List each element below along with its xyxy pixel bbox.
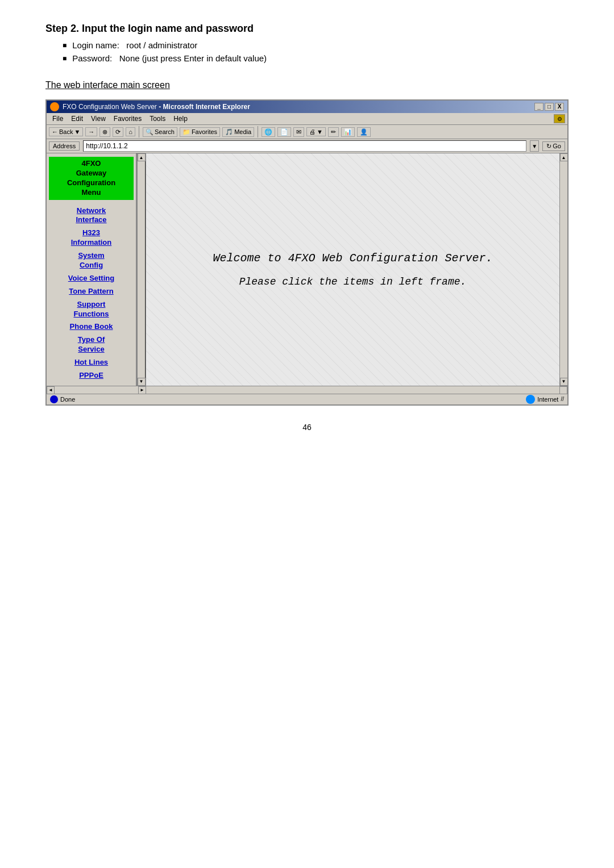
horiz-scrollbar-row: ◄ ► <box>47 386 567 394</box>
forward-button[interactable]: → <box>85 127 97 136</box>
ie-titlebar-controls: _ □ X <box>534 103 564 111</box>
status-done-text: Done <box>60 396 75 403</box>
ie-title-part2: Microsoft Internet Explorer <box>163 103 250 111</box>
login-name-label: Login name: root / administrator <box>72 40 197 50</box>
status-left: Done <box>50 395 75 403</box>
media-button[interactable]: 🎵 Media <box>222 127 254 137</box>
login-name-item: Login name: root / administrator <box>63 40 569 50</box>
sidebar-link-h323[interactable]: H323Information <box>49 227 134 249</box>
back-arrow-icon: ← <box>52 128 58 135</box>
minimize-button[interactable]: _ <box>534 103 544 111</box>
menu-favorites[interactable]: Favorites <box>110 114 145 123</box>
refresh-button[interactable]: ⟳ <box>113 127 123 137</box>
ie-menu-items: File Edit View Favorites Tools Help <box>49 114 191 123</box>
favorites-button[interactable]: 📁 Favorites <box>180 127 220 137</box>
status-loading-icon <box>50 395 58 403</box>
stop-icon: ⊗ <box>102 128 107 136</box>
menu-help[interactable]: Help <box>170 114 191 123</box>
home-icon: ⌂ <box>128 128 132 135</box>
left-horiz-scroll: ◄ ► <box>47 386 146 394</box>
sidebar-brand: 4FXO Gateway Configuration Menu <box>49 157 134 200</box>
sidebar-link-hot-lines[interactable]: Hot Lines <box>49 356 134 369</box>
address-label: Address <box>49 141 80 151</box>
back-button[interactable]: ← Back ▼ <box>49 127 83 136</box>
menu-edit[interactable]: Edit <box>68 114 86 123</box>
toolbar-btn-4[interactable]: 🖨▼ <box>306 127 326 136</box>
brand-line2: Gateway <box>52 169 130 178</box>
main-frame-container: Welcome to 4FXO Web Configuration Server… <box>146 153 567 386</box>
sidebar-link-support-functions[interactable]: SupportFunctions <box>49 298 134 321</box>
main-frame: Welcome to 4FXO Web Configuration Server… <box>146 153 559 386</box>
left-frame-inner: 4FXO Gateway Configuration Menu NetworkI… <box>49 157 137 382</box>
scroll-right-button[interactable]: ► <box>138 386 146 394</box>
click-instruction-text: Please click the items in left frame. <box>239 276 467 287</box>
ie-addressbar: Address ▼ ↻ Go <box>47 139 567 153</box>
ie-window: FXO Configuration Web Server - Microsoft… <box>45 99 569 406</box>
toolbar-btn-1[interactable]: 🌐 <box>262 127 275 137</box>
left-frame-container: 4FXO Gateway Configuration Menu NetworkI… <box>47 153 146 386</box>
sidebar-link-phone-book[interactable]: Phone Book <box>49 320 134 333</box>
ie-statusbar: Done Internet // <box>47 394 567 404</box>
sidebar-link-voice-setting[interactable]: Voice Setting <box>49 272 134 285</box>
search-icon: 🔍 <box>146 128 154 136</box>
ie-browser-icon <box>50 102 59 111</box>
scroll-left-button[interactable]: ◄ <box>47 386 55 394</box>
step-title: Step 2. Input the login name and passwor… <box>45 23 569 35</box>
menu-file[interactable]: File <box>49 114 67 123</box>
welcome-text: Welcome to 4FXO Web Configuration Server… <box>213 252 492 265</box>
toolbar-btn-5[interactable]: ✏ <box>328 127 339 137</box>
sidebar-link-network-interface[interactable]: NetworkInterface <box>49 205 134 227</box>
stop-button[interactable]: ⊗ <box>99 127 110 137</box>
favorites-icon: 📁 <box>182 128 190 136</box>
menu-tools[interactable]: Tools <box>146 114 169 123</box>
ie-title: FXO Configuration Web Server - Microsoft… <box>63 103 250 111</box>
sidebar-link-system-config[interactable]: SystemConfig <box>49 249 134 272</box>
ie-title-part1: FXO Configuration Web Server <box>63 103 157 111</box>
ie-menubar: File Edit View Favorites Tools Help ⚙ <box>47 113 567 125</box>
brand-line3: Configuration <box>52 178 130 188</box>
page-content: Step 2. Input the login name and passwor… <box>45 23 569 432</box>
toolbar-btn-7[interactable]: 👤 <box>357 127 371 137</box>
forward-arrow-icon: → <box>88 128 94 135</box>
password-item: Password: None (just press Enter in defa… <box>63 53 569 63</box>
main-horiz-scroll-track <box>146 386 559 394</box>
go-button[interactable]: ↻ Go <box>542 141 565 151</box>
main-scroll-up-button[interactable]: ▲ <box>560 153 568 161</box>
sidebar-link-tone-pattern[interactable]: Tone Pattern <box>49 285 134 298</box>
go-refresh-icon: ↻ <box>546 143 551 150</box>
refresh-icon: ⟳ <box>115 128 121 136</box>
ie-content-wrapper: 4FXO Gateway Configuration Menu NetworkI… <box>47 153 567 386</box>
status-internet-text: Internet <box>537 396 558 403</box>
go-label: Go <box>553 143 561 149</box>
toolbar-btn-3[interactable]: ✉ <box>293 127 304 137</box>
toolbar-btn-6[interactable]: 📊 <box>341 127 355 137</box>
address-dropdown-btn[interactable]: ▼ <box>530 140 539 152</box>
media-label: Media <box>234 128 251 135</box>
credential-list: Login name: root / administrator Passwor… <box>63 40 569 63</box>
address-input[interactable] <box>83 140 526 152</box>
scroll-up-button[interactable]: ▲ <box>138 153 146 161</box>
maximize-button[interactable]: □ <box>545 103 554 111</box>
home-button[interactable]: ⌂ <box>126 127 135 136</box>
brand-line4: Menu <box>52 188 130 198</box>
scroll-down-button[interactable]: ▼ <box>138 378 146 386</box>
sidebar-link-pppoe[interactable]: PPPoE <box>49 369 134 382</box>
back-label: Back <box>59 128 73 135</box>
toolbar-btn-2[interactable]: 📄 <box>277 127 291 137</box>
ie-titlebar-left: FXO Configuration Web Server - Microsoft… <box>50 102 250 111</box>
main-scroll-down-button[interactable]: ▼ <box>560 378 568 386</box>
brand-line1: 4FXO <box>52 159 130 169</box>
close-button[interactable]: X <box>555 103 564 111</box>
internet-globe-icon <box>526 395 535 404</box>
menu-view[interactable]: View <box>88 114 109 123</box>
toolbar-separator-2 <box>258 126 258 137</box>
ie-titlebar: FXO Configuration Web Server - Microsoft… <box>47 101 567 113</box>
ie-toolbar: ← Back ▼ → ⊗ ⟳ ⌂ 🔍 Search 📁 <box>47 125 567 139</box>
main-frame-scrollbar: ▲ ▼ <box>559 153 567 386</box>
search-button[interactable]: 🔍 Search <box>143 127 177 137</box>
left-frame-scrollbar: ▲ ▼ <box>137 153 145 386</box>
favorites-label: Favorites <box>192 128 217 135</box>
back-dropdown-icon: ▼ <box>74 128 80 135</box>
section-label: The web interface main screen <box>45 80 569 90</box>
sidebar-link-type-of-service[interactable]: Type OfService <box>49 333 134 356</box>
